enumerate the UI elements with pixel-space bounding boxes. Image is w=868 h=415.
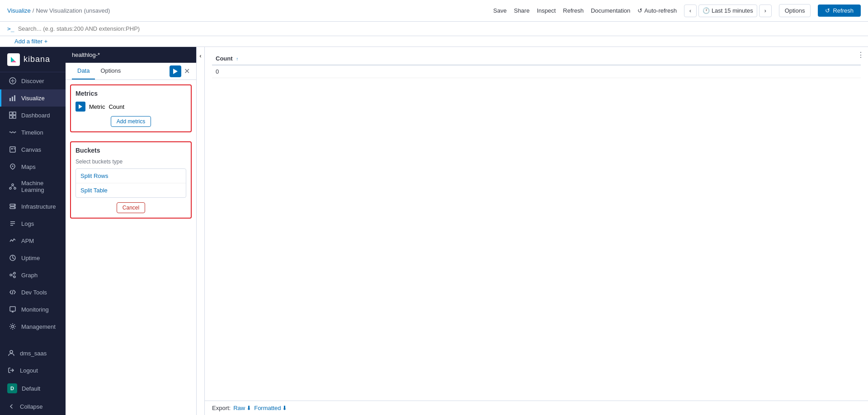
sidebar-item-monitoring[interactable]: Monitoring <box>0 301 66 318</box>
count-column-header: Count ↑ <box>212 52 861 65</box>
sidebar-item-logs-label: Logs <box>21 220 34 227</box>
export-formatted-link[interactable]: Formatted ⬇ <box>254 405 287 411</box>
sidebar-item-maps-label: Maps <box>21 163 36 170</box>
time-range-display[interactable]: 🕐 Last 15 minutes <box>698 5 757 17</box>
inspect-link[interactable]: Inspect <box>537 7 556 14</box>
sidebar-item-logs[interactable]: Logs <box>0 215 66 232</box>
refresh-link[interactable]: Refresh <box>563 7 584 14</box>
sidebar-item-management-label: Management <box>21 323 56 330</box>
logo-text: kibana <box>24 55 50 64</box>
buckets-title: Buckets <box>75 147 186 154</box>
user-avatar: D <box>7 383 17 393</box>
svg-rect-3 <box>9 98 11 101</box>
sidebar-item-monitoring-label: Monitoring <box>21 306 49 313</box>
svg-point-37 <box>12 326 14 328</box>
svg-point-17 <box>14 187 16 189</box>
sidebar-item-default[interactable]: D Default <box>0 379 66 398</box>
metric-type-label: Metric <box>89 103 105 110</box>
dev-tools-icon <box>9 288 17 296</box>
grid-icon <box>9 111 17 119</box>
logs-icon <box>9 219 17 228</box>
filter-bar: Add a filter + <box>0 36 868 47</box>
cancel-button[interactable]: Cancel <box>117 202 145 213</box>
metrics-title: Metrics <box>75 90 186 97</box>
sidebar-item-dev-tools[interactable]: Dev Tools <box>0 284 66 301</box>
panel-tabs: Data Options ✕ <box>66 63 196 80</box>
breadcrumb-area: Visualize / New Visualization (unsaved) <box>7 7 110 14</box>
time-prev-button[interactable]: ‹ <box>684 5 697 17</box>
sidebar-item-timelion[interactable]: Timelion <box>0 124 66 141</box>
sidebar-item-machine-learning[interactable]: Machine Learning <box>0 175 66 198</box>
time-next-button[interactable]: › <box>759 5 772 17</box>
documentation-link[interactable]: Documentation <box>591 7 630 14</box>
sidebar-item-logout[interactable]: Logout <box>0 362 66 379</box>
svg-point-16 <box>9 187 11 189</box>
breadcrumb-separator: / <box>33 7 34 14</box>
apm-icon <box>9 237 17 245</box>
metrics-section: Metrics Metric Count Add metrics <box>70 84 192 132</box>
svg-point-14 <box>12 166 14 167</box>
compass-icon <box>9 77 17 85</box>
svg-point-2 <box>12 80 14 82</box>
tab-data[interactable]: Data <box>72 63 95 79</box>
breadcrumb: Visualize / New Visualization (unsaved) <box>7 7 110 14</box>
save-link[interactable]: Save <box>493 7 507 14</box>
sidebar-item-management[interactable]: Management <box>0 318 66 335</box>
viz-area: ⋮ Count ↑ 0 <box>205 47 868 401</box>
sidebar-item-visualize[interactable]: Visualize <box>0 89 66 107</box>
sidebar-item-graph-label: Graph <box>21 272 38 279</box>
kibana-logo-svg <box>9 55 18 64</box>
sidebar-item-discover-label: Discover <box>21 78 44 84</box>
bucket-options-box: Split Rows Split Table <box>75 168 186 198</box>
export-raw-link[interactable]: Raw ⬇ <box>233 405 251 411</box>
more-options-button[interactable]: ⋮ <box>857 51 864 59</box>
svg-point-28 <box>10 274 12 276</box>
breadcrumb-visualize[interactable]: Visualize <box>7 7 31 14</box>
logout-icon <box>7 366 15 374</box>
logo: kibana <box>0 47 66 72</box>
svg-rect-9 <box>13 116 16 118</box>
sidebar-item-discover[interactable]: Discover <box>0 72 66 89</box>
svg-point-15 <box>12 184 14 186</box>
sidebar-item-graph[interactable]: Graph <box>0 266 66 284</box>
search-input[interactable] <box>18 25 861 32</box>
download-raw-icon: ⬇ <box>246 405 251 411</box>
visualization-content: ⋮ Count ↑ 0 Export: <box>205 47 868 415</box>
metric-expand-button[interactable] <box>75 102 85 112</box>
sidebar-item-dashboard[interactable]: Dashboard <box>0 107 66 124</box>
bucket-split-rows[interactable]: Split Rows <box>76 169 186 183</box>
panel-index-name: healthlog-* <box>72 51 100 58</box>
logo-icon <box>7 53 20 66</box>
download-formatted-icon: ⬇ <box>282 405 287 411</box>
sort-icon[interactable]: ↑ <box>236 56 238 61</box>
sidebar-collapse-label: Collapse <box>20 403 43 410</box>
run-button[interactable] <box>170 65 181 77</box>
sidebar-item-maps[interactable]: Maps <box>0 158 66 175</box>
sidebar-dms-saas-label: dms_saas <box>20 350 47 357</box>
add-filter-button[interactable]: Add a filter + <box>7 36 55 47</box>
panel-close-button[interactable]: ✕ <box>184 67 190 75</box>
options-button[interactable]: Options <box>779 4 811 17</box>
sidebar-item-collapse[interactable]: Collapse <box>0 398 66 415</box>
ml-icon <box>9 182 17 191</box>
sidebar-item-uptime[interactable]: Uptime <box>0 249 66 266</box>
graph-icon <box>9 271 17 279</box>
refresh-button[interactable]: ↺ Refresh <box>818 5 861 17</box>
panel-collapse-arrow[interactable]: ‹ <box>197 47 205 415</box>
user-icon <box>7 349 15 357</box>
svg-rect-11 <box>11 148 13 149</box>
sidebar-item-canvas[interactable]: Canvas <box>0 141 66 158</box>
share-link[interactable]: Share <box>514 7 530 14</box>
table-row: 0 <box>212 65 861 78</box>
top-bar-actions: Save Share Inspect Refresh Documentation… <box>493 4 861 17</box>
bucket-split-table[interactable]: Split Table <box>76 183 186 197</box>
sidebar-item-apm[interactable]: APM <box>0 232 66 249</box>
auto-refresh-icon: ↺ <box>637 7 642 14</box>
time-range-label: Last 15 minutes <box>712 7 753 14</box>
add-metrics-button[interactable]: Add metrics <box>111 116 151 127</box>
sidebar-item-infrastructure[interactable]: Infrastructure <box>0 198 66 215</box>
sidebar-item-dev-tools-label: Dev Tools <box>21 289 47 296</box>
sidebar-item-dms-saas[interactable]: dms_saas <box>0 345 66 362</box>
auto-refresh-toggle[interactable]: ↺ Auto-refresh <box>637 7 677 14</box>
tab-options[interactable]: Options <box>95 63 126 79</box>
